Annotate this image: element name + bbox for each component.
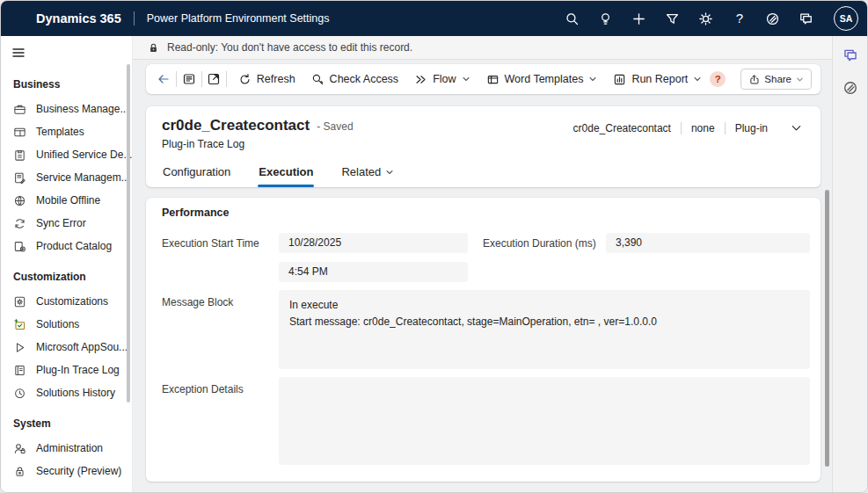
sidebar-section-customization: Customization bbox=[1, 257, 132, 290]
sidebar-item-customizations[interactable]: Customizations bbox=[1, 290, 132, 313]
main-content: Read-only: You don't have access to edit… bbox=[133, 36, 832, 492]
execution-start-date-field[interactable]: 10/28/2025 bbox=[279, 233, 468, 253]
sidebar-item-solutions-history[interactable]: Solutions History bbox=[1, 381, 132, 404]
sidebar-item-label: Sync Error bbox=[36, 217, 86, 229]
briefcase-icon bbox=[13, 103, 26, 116]
command-bar: Refresh Check Access Flow Word Templates bbox=[146, 64, 821, 94]
sidebar-section-system: System bbox=[1, 404, 132, 437]
execution-tab-panel: Performance Execution Start Time 10/28/2… bbox=[146, 198, 821, 482]
dynamics-365-brand[interactable]: Dynamics 365 bbox=[36, 11, 121, 25]
share-button[interactable]: Share bbox=[740, 69, 812, 90]
tab-configuration[interactable]: Configuration bbox=[162, 165, 231, 187]
record-title: cr0de_Createcontact bbox=[162, 117, 310, 134]
sidebar-item-microsoft-appsource[interactable]: Microsoft AppSou... bbox=[1, 336, 132, 359]
sidebar-item-administration[interactable]: Administration bbox=[1, 437, 132, 460]
hamburger-menu-icon[interactable] bbox=[11, 44, 31, 62]
settings-gear-icon[interactable] bbox=[698, 11, 714, 26]
sidebar-item-unified-service-desk[interactable]: Unified Service De... bbox=[1, 143, 132, 166]
report-icon bbox=[613, 73, 626, 86]
sidebar-item-label: Mobile Offline bbox=[36, 194, 100, 207]
header-field-typename[interactable]: cr0de_Createcontact bbox=[564, 122, 681, 134]
form-selector-icon[interactable] bbox=[180, 68, 198, 91]
refresh-button[interactable]: Refresh bbox=[230, 68, 303, 91]
content-scrollbar[interactable] bbox=[825, 190, 829, 467]
comments-icon[interactable] bbox=[841, 46, 860, 65]
sidebar-item-product-catalog[interactable]: Product Catalog bbox=[1, 235, 132, 257]
share-icon bbox=[748, 74, 760, 85]
settings-sidebar: Business Business Manage... Templates Un… bbox=[1, 36, 133, 492]
chevron-down-icon bbox=[588, 75, 597, 83]
commandbar-divider bbox=[201, 71, 202, 87]
sidebar-item-label: Solutions History bbox=[36, 387, 115, 399]
customizations-icon bbox=[13, 295, 26, 308]
sidebar-item-mobile-offline[interactable]: Mobile Offline bbox=[1, 189, 132, 212]
execution-start-time-field[interactable]: 4:54 PM bbox=[279, 262, 468, 282]
commandbar-right: ? Share bbox=[710, 69, 812, 90]
sidebar-item-plugin-trace-log[interactable]: Plug-In Trace Log bbox=[1, 359, 132, 381]
sidebar-item-label: Microsoft AppSou... bbox=[36, 341, 128, 353]
run-report-button[interactable]: Run Report bbox=[605, 68, 710, 91]
execution-duration-field[interactable]: 3,390 bbox=[606, 233, 810, 253]
topbar-divider bbox=[134, 11, 135, 25]
tab-execution[interactable]: Execution bbox=[258, 165, 314, 187]
globe-icon bbox=[13, 194, 26, 207]
flow-button[interactable]: Flow bbox=[406, 68, 478, 91]
topbar-actions: ? SA bbox=[565, 6, 858, 31]
exception-details-label: Exception Details bbox=[162, 383, 244, 395]
sidebar-item-business-management[interactable]: Business Manage... bbox=[1, 98, 132, 120]
sidebar-item-label: Administration bbox=[36, 442, 103, 454]
service-management-icon bbox=[13, 171, 26, 185]
sidebar-item-label: Plug-In Trace Log bbox=[36, 364, 120, 376]
search-icon[interactable] bbox=[565, 11, 580, 26]
chevron-down-icon bbox=[462, 75, 470, 83]
catalog-icon bbox=[13, 240, 26, 253]
word-template-icon bbox=[486, 73, 500, 86]
form-tabs: Configuration Execution Related bbox=[162, 165, 395, 187]
sync-icon bbox=[13, 217, 26, 230]
sidebar-item-label: Security (Preview) bbox=[36, 465, 121, 477]
sidebar-item-solutions[interactable]: Solutions bbox=[1, 313, 132, 336]
user-avatar[interactable]: SA bbox=[834, 6, 858, 31]
app-title[interactable]: Power Platform Environment Settings bbox=[147, 12, 330, 25]
solutions-icon bbox=[13, 318, 26, 331]
header-field-mode[interactable]: none bbox=[682, 122, 725, 134]
chevron-down-icon bbox=[385, 168, 394, 177]
lock-icon bbox=[13, 465, 26, 478]
copilot-icon[interactable] bbox=[841, 78, 860, 98]
sidebar-item-service-management[interactable]: Service Managem... bbox=[1, 166, 132, 189]
sidebar-item-templates[interactable]: Templates bbox=[1, 120, 132, 143]
sidebar-item-security[interactable]: Security (Preview) bbox=[1, 460, 132, 482]
help-icon[interactable]: ? bbox=[732, 11, 748, 26]
message-block-label: Message Block bbox=[162, 296, 233, 308]
sidebar-item-label: Unified Service De... bbox=[36, 149, 132, 161]
tab-related[interactable]: Related bbox=[340, 165, 395, 187]
sidebar-item-label: Product Catalog bbox=[36, 240, 112, 252]
app-window: Dynamics 365 Power Platform Environment … bbox=[0, 0, 868, 493]
copilot-icon[interactable] bbox=[765, 11, 781, 26]
sidebar-scrollbar[interactable] bbox=[127, 64, 130, 402]
sidebar-item-sync-error[interactable]: Sync Error bbox=[1, 212, 132, 235]
feedback-icon[interactable] bbox=[799, 11, 814, 26]
save-status: - Saved bbox=[317, 120, 353, 133]
lock-icon bbox=[148, 42, 159, 54]
trace-log-icon bbox=[13, 364, 26, 377]
word-templates-button[interactable]: Word Templates bbox=[478, 68, 606, 91]
performance-section-title: Performance bbox=[162, 207, 229, 219]
readonly-banner-text: Read-only: You don't have access to edit… bbox=[167, 41, 412, 54]
templates-icon bbox=[13, 126, 26, 139]
message-block-field[interactable]: In execute Start message: cr0de_Createco… bbox=[279, 290, 810, 369]
header-field-operation-type[interactable]: Plug-in bbox=[726, 122, 777, 134]
add-icon[interactable] bbox=[631, 11, 647, 26]
appsource-icon bbox=[13, 341, 26, 354]
lightbulb-icon[interactable] bbox=[598, 11, 614, 26]
popout-icon[interactable] bbox=[205, 68, 222, 91]
expand-header-chevron-icon[interactable] bbox=[790, 121, 803, 134]
back-arrow-icon[interactable] bbox=[155, 68, 172, 91]
help-badge[interactable]: ? bbox=[710, 71, 726, 87]
sidebar-item-label: Customizations bbox=[36, 295, 108, 308]
exception-details-field[interactable] bbox=[279, 377, 810, 465]
chevron-down-icon bbox=[796, 76, 804, 83]
sidebar-item-label: Solutions bbox=[36, 318, 79, 330]
check-access-button[interactable]: Check Access bbox=[303, 68, 407, 91]
filter-icon[interactable] bbox=[665, 11, 681, 26]
